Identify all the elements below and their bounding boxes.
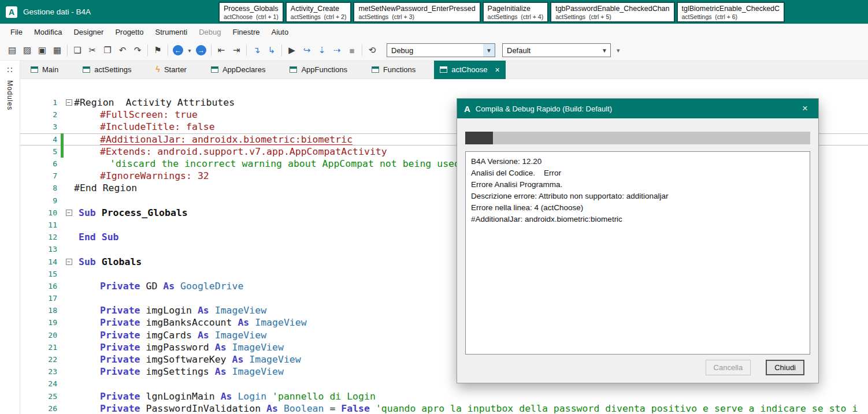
modules-panel-icon[interactable]: ∷ — [8, 65, 13, 74]
tab-actchoose[interactable]: actChoose× — [434, 61, 505, 79]
tab-label: actSettings — [94, 65, 131, 74]
code-segment: #Region Activity Attributes — [74, 97, 235, 108]
indent-icon[interactable]: ⇥ — [229, 43, 244, 58]
window-icon — [31, 66, 38, 73]
chiudi-button[interactable]: Chiudi — [766, 360, 804, 375]
line-number: 12 — [20, 233, 61, 241]
tab-appdeclares[interactable]: AppDeclares — [205, 61, 271, 79]
code-segment: imgCards — [146, 330, 197, 341]
toolbar-separator — [168, 44, 168, 56]
bookmark-icon[interactable]: ⚑ — [150, 43, 165, 58]
code-segment: ImageView — [215, 330, 266, 341]
code-segment: Private — [100, 330, 146, 341]
rebuild-icon[interactable]: ⟲ — [365, 43, 380, 58]
redo-icon[interactable]: ↷ — [130, 43, 145, 58]
menu-item-file[interactable]: File — [5, 24, 28, 40]
bookmark-tab[interactable]: Process_GlobalsactChoose (ctrl + 1) — [218, 2, 284, 23]
line-number: 15 — [20, 270, 61, 278]
change-bar-empty — [61, 268, 64, 280]
bookmark-tab[interactable]: metSetNewPassword_EnterPressedactSetting… — [353, 2, 480, 23]
line-number: 16 — [20, 282, 61, 290]
navigate-history-icon[interactable]: ▾ — [186, 43, 194, 58]
step-into-icon[interactable]: ⇣ — [314, 43, 329, 58]
fold-collapse-icon[interactable]: − — [66, 210, 72, 216]
copy-icon[interactable]: ❏ — [70, 43, 85, 58]
log-line: B4A Versione: 12.20 — [471, 156, 804, 167]
tab-functions[interactable]: Functions — [366, 61, 421, 79]
code-segment: imgLogin — [146, 305, 197, 316]
bookmark-tab[interactable]: tglBiometricEnable_CheckedCactSettings (… — [677, 2, 785, 23]
chevron-down-icon[interactable]: ▼ — [483, 44, 495, 57]
tab-label: AppDeclares — [222, 65, 265, 74]
menu-item-designer[interactable]: Designer — [68, 24, 109, 40]
window-icon — [211, 66, 218, 73]
menu-item-aiuto[interactable]: Aiuto — [265, 24, 294, 40]
navigate-back-icon[interactable]: ← — [170, 43, 186, 58]
compile-progress-dialog: A Compila & Debug Rapido (Build: Default… — [457, 98, 819, 383]
quick-bookmarks-bar: Process_GlobalsactChoose (ctrl + 1)Activ… — [218, 2, 785, 23]
tab-actsettings[interactable]: actSettings — [77, 61, 137, 79]
build-mode-combobox[interactable]: Debug ▼ — [387, 43, 495, 57]
lightning-icon: ϟ — [156, 66, 160, 73]
app-logo-icon: A — [6, 6, 17, 18]
build-config-value: Default — [503, 46, 599, 55]
paste-icon[interactable]: ❐ — [100, 43, 115, 58]
code-segment: 'discard the incorrect warning about App… — [110, 158, 460, 169]
log-line: Errore Analisi Programma. — [471, 179, 804, 191]
tab-appfunctions[interactable]: AppFunctions — [284, 61, 353, 79]
app-logo-icon: A — [464, 104, 470, 114]
menu-item-finestre[interactable]: Finestre — [227, 24, 266, 40]
open-file-icon[interactable]: ▨ — [20, 43, 35, 58]
uncomment-icon[interactable]: ↳ — [264, 43, 279, 58]
cancella-button[interactable]: Cancella — [706, 360, 751, 375]
menu-item-debug[interactable]: Debug — [193, 24, 227, 40]
menu-item-modifica[interactable]: Modifica — [28, 24, 68, 40]
code-segment: As — [198, 305, 215, 316]
change-bar-empty — [61, 390, 64, 402]
fold-collapse-icon[interactable]: − — [66, 259, 72, 265]
code-segment: imgBanksAccount — [146, 317, 238, 328]
compile-log[interactable]: B4A Versione: 12.20Analisi del Codice. E… — [465, 151, 810, 355]
run-icon[interactable]: ▶ — [284, 43, 299, 58]
undo-icon[interactable]: ↶ — [115, 43, 130, 58]
code-segment: Private — [100, 342, 146, 353]
menu-item-progetto[interactable]: Progetto — [109, 24, 149, 40]
close-icon[interactable]: × — [799, 103, 811, 114]
bookmark-tab[interactable]: Activity_CreateactSettings (ctrl + 2) — [285, 2, 352, 23]
tab-starter[interactable]: ϟStarter — [150, 61, 192, 79]
navigate-forward-icon[interactable]: → — [194, 43, 209, 58]
code-segment: ImageView — [232, 366, 284, 377]
menu-item-strumenti[interactable]: Strumenti — [150, 24, 194, 40]
stop-icon[interactable]: ■ — [344, 43, 359, 58]
code-line[interactable]: 26Private PasswordInValidation As Boolea… — [20, 402, 868, 414]
tab-main[interactable]: Main — [25, 61, 64, 79]
modules-panel-tab[interactable]: Modules — [6, 80, 14, 110]
tab-label: AppFunctions — [301, 65, 347, 74]
code-segment: imgSettings — [146, 366, 214, 377]
fold-collapse-icon[interactable]: − — [66, 99, 72, 106]
close-icon[interactable]: × — [495, 65, 499, 74]
code-segment: GD — [146, 281, 163, 292]
log-line: Analisi del Codice. Error — [471, 167, 804, 179]
find-in-files-icon[interactable]: ▦ — [50, 43, 65, 58]
line-number: 2 — [20, 110, 61, 119]
code-line[interactable]: 25Private lgnLoginMain As Login 'pannell… — [20, 390, 868, 402]
change-bar-empty — [61, 195, 64, 207]
new-file-icon[interactable]: ▤ — [5, 43, 20, 58]
change-bar-empty — [61, 170, 64, 182]
resume-icon[interactable]: ↪ — [299, 43, 314, 58]
build-config-combobox[interactable]: Default ▼ — [502, 43, 611, 57]
chevron-down-icon[interactable]: ▼ — [599, 44, 610, 57]
comment-icon[interactable]: ↴ — [249, 43, 264, 58]
toolbar-overflow-icon[interactable]: ▾ — [617, 47, 620, 54]
code-segment: As — [215, 342, 232, 353]
cut-icon[interactable]: ✂ — [85, 43, 100, 58]
bookmark-tab[interactable]: PageInitializeactSettings (ctrl + 4) — [483, 2, 549, 23]
outdent-icon[interactable]: ⇤ — [214, 43, 229, 58]
line-number: 1 — [20, 98, 61, 107]
bookmark-tab[interactable]: tgbPasswordEnable_CheckedChanactSettings… — [550, 2, 674, 23]
save-icon[interactable]: ▣ — [35, 43, 50, 58]
code-segment: GoogleDrive — [180, 281, 243, 292]
step-over-icon[interactable]: ⇢ — [329, 43, 344, 58]
toolbar-separator — [281, 44, 282, 56]
